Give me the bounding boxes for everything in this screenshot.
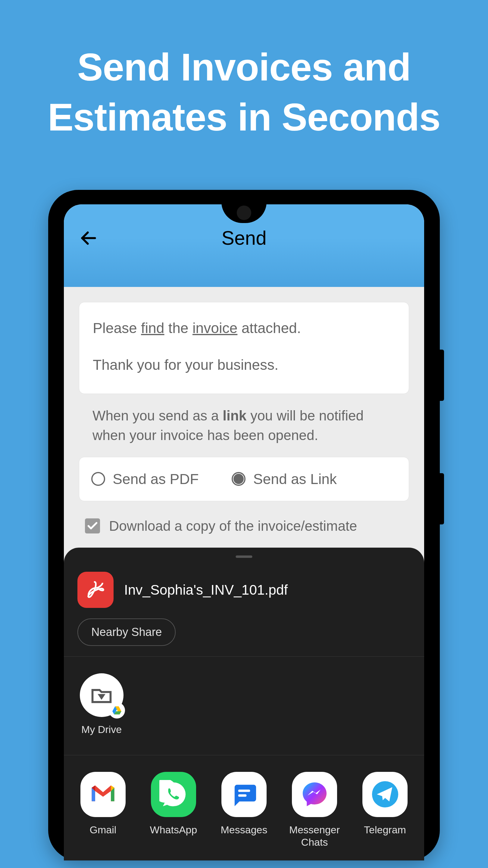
file-name: Inv_Sophia's_INV_101.pdf xyxy=(124,582,288,598)
folder-icon xyxy=(80,673,124,717)
page-title: Send Invoices and Estimates in Seconds xyxy=(0,0,488,143)
app-label: Messages xyxy=(221,824,267,836)
radio-label: Send as Link xyxy=(253,471,337,487)
svg-rect-1 xyxy=(238,789,250,792)
messenger-icon xyxy=(292,772,337,817)
app-label: WhatsApp xyxy=(150,824,197,836)
gmail-icon xyxy=(80,772,126,817)
download-copy-checkbox[interactable]: Download a copy of the invoice/estimate xyxy=(79,501,409,540)
back-arrow-icon[interactable] xyxy=(79,228,98,248)
drive-label: My Drive xyxy=(82,724,122,735)
drag-handle[interactable] xyxy=(236,555,253,558)
phone-screen: Send Please find the invoice attached. T… xyxy=(64,204,424,861)
message-input[interactable]: Please find the invoice attached. Thank … xyxy=(79,302,409,394)
radio-label: Send as PDF xyxy=(113,471,198,487)
phone-mockup: Send Please find the invoice attached. T… xyxy=(48,190,440,861)
google-drive-badge-icon xyxy=(109,702,125,718)
message-line-1: Please find the invoice attached. xyxy=(93,316,395,341)
whatsapp-icon xyxy=(151,772,196,817)
svg-rect-2 xyxy=(238,795,247,797)
telegram-icon xyxy=(362,772,408,817)
app-label: Gmail xyxy=(90,824,117,836)
send-mode-selector: Send as PDF Send as Link xyxy=(79,457,409,501)
share-app-messenger[interactable]: Messenger Chats xyxy=(284,772,345,848)
checkbox-label: Download a copy of the invoice/estimate xyxy=(109,518,357,534)
send-as-pdf-option[interactable]: Send as PDF xyxy=(91,471,198,487)
my-drive-target[interactable]: My Drive xyxy=(77,673,126,735)
app-label: Messenger Chats xyxy=(284,824,345,848)
share-sheet: Inv_Sophia's_INV_101.pdf Nearby Share xyxy=(64,548,424,861)
share-app-messages[interactable]: Messages xyxy=(214,772,274,848)
share-app-whatsapp[interactable]: WhatsApp xyxy=(143,772,204,848)
send-content: Please find the invoice attached. Thank … xyxy=(64,287,424,552)
shared-file-row: Inv_Sophia's_INV_101.pdf xyxy=(64,555,424,618)
radio-icon xyxy=(232,472,246,486)
header-title: Send xyxy=(221,227,266,249)
share-apps-row: Gmail WhatsApp xyxy=(64,755,424,861)
send-as-link-option[interactable]: Send as Link xyxy=(232,471,337,487)
checkbox-icon xyxy=(85,518,100,533)
messages-icon xyxy=(221,772,267,817)
radio-icon xyxy=(91,472,105,486)
nearby-share-button[interactable]: Nearby Share xyxy=(77,618,175,646)
message-line-2: Thank you for your business. xyxy=(93,352,395,377)
share-app-gmail[interactable]: Gmail xyxy=(73,772,133,848)
app-label: Telegram xyxy=(364,824,406,836)
pdf-icon xyxy=(77,572,113,608)
share-app-telegram[interactable]: Telegram xyxy=(355,772,415,848)
link-notify-text: When you send as a link you will be noti… xyxy=(79,394,409,457)
